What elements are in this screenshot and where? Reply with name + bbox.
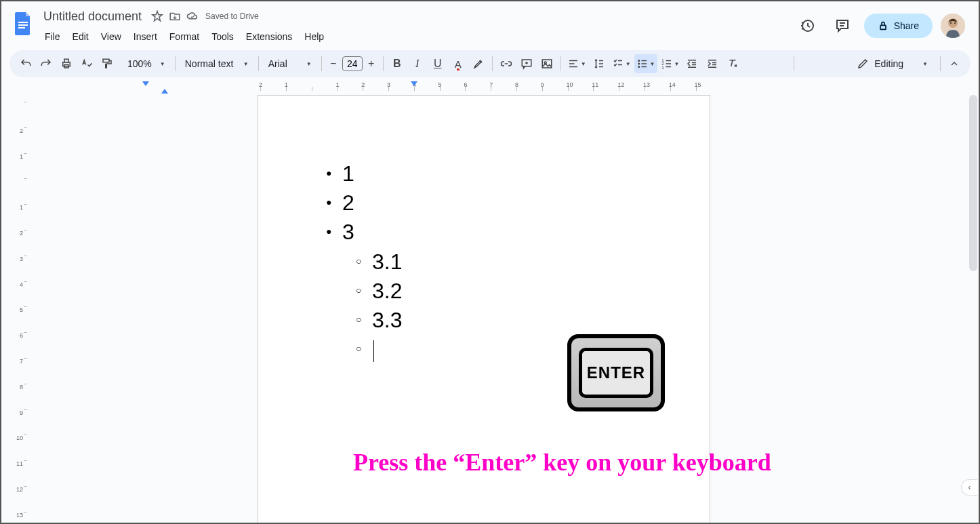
font-size-decrease[interactable]: − [326,56,341,72]
menu-tools[interactable]: Tools [206,28,239,45]
undo-button[interactable] [16,54,35,73]
highlight-button[interactable] [469,54,488,73]
chevron-down-icon: ▼ [160,61,165,67]
enter-key-illustration: ENTER [567,334,665,411]
share-label: Share [894,20,919,31]
line-spacing-button[interactable] [590,54,609,73]
lock-icon [878,20,889,31]
indent-left-marker[interactable] [161,89,168,94]
comment-button[interactable] [517,54,536,73]
link-button[interactable] [497,54,516,73]
list-item: 2 [323,188,645,218]
menu-view[interactable]: View [96,28,127,45]
svg-point-9 [950,22,952,24]
list-item: 3.1 [323,247,645,277]
menu-insert[interactable]: Insert [128,28,163,45]
list-item: 1 [323,159,645,188]
document-title[interactable]: Untitled document [39,8,146,25]
pencil-icon [857,58,869,70]
paint-format-button[interactable] [98,54,117,73]
svg-text:3: 3 [661,66,663,70]
font-select[interactable]: Arial ▼ [263,54,317,73]
indent-first-line-marker[interactable] [142,81,149,86]
menu-format[interactable]: Format [164,28,205,45]
vertical-ruler[interactable]: 2112345678910111213 [1,95,30,523]
user-avatar[interactable] [941,14,965,38]
svg-rect-16 [542,60,552,68]
history-icon[interactable] [794,12,821,39]
increase-indent-button[interactable] [703,54,722,73]
svg-point-22 [638,63,640,65]
clear-format-button[interactable] [723,54,742,73]
svg-rect-26 [641,66,647,68]
app-header: Untitled document Saved to Drive File Ed… [1,1,979,46]
collapse-toolbar-button[interactable] [945,54,964,73]
chevron-down-icon: ▼ [922,61,928,67]
style-select[interactable]: Normal text ▼ [180,54,254,73]
list-item: 3.2 [323,277,645,306]
list-item: 3 [323,218,645,247]
underline-button[interactable]: U [428,54,447,73]
redo-button[interactable] [37,54,56,73]
docs-icon [11,11,35,35]
font-size-increase[interactable]: + [364,56,379,72]
svg-point-23 [638,66,640,68]
font-size-control: − + [326,56,379,72]
text-color-button[interactable]: A [449,54,468,73]
cloud-saved-icon[interactable] [186,10,199,22]
instruction-annotation: Press the “Enter” key on your keyboard [353,448,771,477]
svg-rect-12 [64,59,68,62]
zoom-value: 100% [123,58,156,69]
image-button[interactable] [537,54,556,73]
svg-point-21 [638,60,640,62]
svg-rect-6 [880,25,886,29]
menu-bar: File Edit View Insert Format Tools Exten… [39,27,794,46]
saved-status: Saved to Drive [205,12,259,21]
align-button[interactable]: ▼ [565,54,588,73]
font-value: Arial [268,58,287,69]
menu-file[interactable]: File [39,28,66,45]
share-button[interactable]: Share [864,14,933,38]
editing-label: Editing [874,58,903,69]
enter-key-label: ENTER [579,348,654,397]
bulleted-list-button[interactable]: ▼ [634,54,657,73]
chevron-down-icon: ▼ [243,61,249,67]
style-value: Normal text [185,58,234,69]
svg-rect-0 [18,22,28,23]
svg-rect-1 [18,24,28,26]
svg-point-10 [954,22,956,24]
checklist-button[interactable]: ▼ [610,54,633,73]
zoom-select[interactable]: 100% ▼ [118,54,171,73]
side-panel-toggle[interactable]: ‹ [961,479,977,496]
bold-button[interactable]: B [388,54,407,73]
menu-extensions[interactable]: Extensions [241,28,298,45]
horizontal-ruler[interactable]: 21123456789101112131415 [1,83,979,95]
numbered-list-button[interactable]: 123▼ [659,54,682,73]
menu-edit[interactable]: Edit [67,28,94,45]
svg-rect-2 [18,27,25,28]
chevron-down-icon: ▼ [306,61,312,67]
move-icon[interactable] [169,10,181,22]
toolbar: 100% ▼ Normal text ▼ Arial ▼ − + B I U [9,50,971,77]
star-icon[interactable] [151,10,163,22]
menu-help[interactable]: Help [299,28,329,45]
list-item: 3.3 [323,306,645,335]
svg-rect-24 [641,60,647,62]
italic-button[interactable]: I [408,54,427,73]
svg-rect-25 [641,63,647,64]
font-size-input[interactable] [342,56,363,71]
editing-mode-button[interactable]: Editing ▼ [849,58,936,70]
document-page[interactable]: 1 2 3 3.1 3.2 3.3 ENTER Press the “Enter… [258,95,710,523]
document-canvas[interactable]: 1 2 3 3.1 3.2 3.3 ENTER Press the “Enter… [30,95,979,523]
document-content[interactable]: 1 2 3 3.1 3.2 3.3 [323,159,645,364]
print-button[interactable] [57,54,76,73]
vertical-scrollbar[interactable] [969,95,977,523]
indent-right-marker[interactable] [411,81,417,86]
docs-logo[interactable] [9,9,37,37]
decrease-indent-button[interactable] [682,54,701,73]
scrollbar-thumb[interactable] [969,95,977,271]
comments-icon[interactable] [829,12,856,39]
spellcheck-button[interactable] [77,54,96,73]
svg-rect-14 [103,59,109,62]
text-cursor [373,340,374,362]
